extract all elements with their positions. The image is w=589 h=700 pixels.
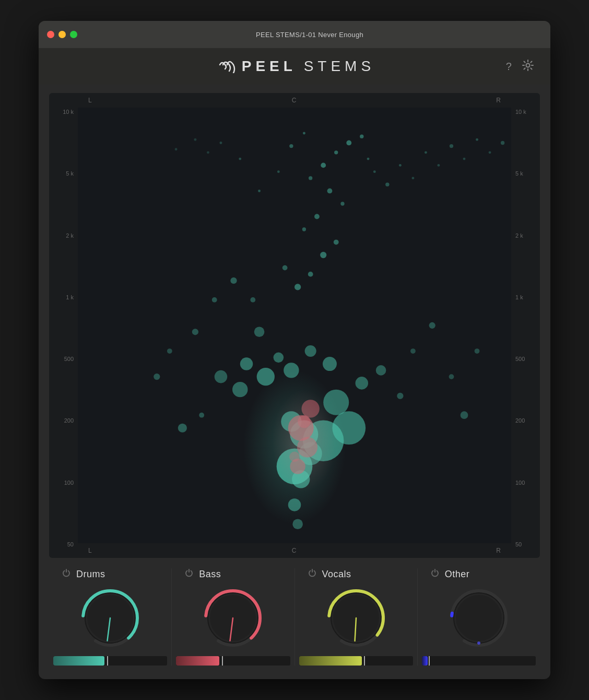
other-knob[interactable] xyxy=(445,584,513,652)
stem-other-header: Other xyxy=(422,568,536,580)
particle-visualization xyxy=(78,108,511,543)
svg-point-48 xyxy=(154,374,160,380)
svg-point-38 xyxy=(321,162,326,168)
drums-level-fill xyxy=(53,656,104,666)
y-label-200-left: 200 xyxy=(49,417,74,424)
svg-point-0 xyxy=(526,63,529,67)
spectrum-canvas xyxy=(78,108,511,543)
svg-point-49 xyxy=(212,297,217,302)
svg-point-35 xyxy=(340,202,344,205)
svg-point-21 xyxy=(305,345,316,357)
svg-point-25 xyxy=(215,370,228,383)
svg-point-63 xyxy=(399,164,402,167)
svg-point-58 xyxy=(258,190,261,192)
bass-power-icon[interactable] xyxy=(184,568,194,580)
vocals-power-icon[interactable] xyxy=(308,568,317,580)
svg-point-51 xyxy=(250,297,255,302)
svg-point-100 xyxy=(456,595,502,641)
vocals-level-fill xyxy=(299,656,362,666)
y-label-10k-left: 10 k xyxy=(49,109,74,115)
svg-point-41 xyxy=(360,135,363,138)
vocals-level-bar xyxy=(299,656,413,666)
svg-point-54 xyxy=(429,322,435,329)
y-label-100-right: 100 xyxy=(515,480,540,486)
svg-point-68 xyxy=(463,158,466,160)
x-label-C-bottom: C xyxy=(292,547,297,554)
other-level-marker xyxy=(429,656,430,666)
y-label-2k-left: 2 k xyxy=(49,232,74,239)
x-label-L-bottom: L xyxy=(88,547,92,554)
y-label-200-right: 200 xyxy=(515,417,540,424)
drums-knob[interactable] xyxy=(76,584,144,652)
svg-point-78 xyxy=(207,151,209,154)
stem-vocals: Vocals xyxy=(295,568,418,666)
vocals-level-marker xyxy=(364,656,365,666)
y-label-1k-right: 1 k xyxy=(515,294,540,300)
x-label-L-top: L xyxy=(88,97,92,104)
y-label-5k-right: 5 k xyxy=(515,170,540,177)
svg-point-42 xyxy=(303,132,305,135)
svg-point-33 xyxy=(302,227,306,231)
stem-bass: Bass xyxy=(172,568,294,666)
svg-point-55 xyxy=(449,374,454,379)
svg-point-34 xyxy=(314,214,320,219)
help-icon[interactable]: ? xyxy=(506,61,512,73)
svg-point-30 xyxy=(282,265,288,271)
svg-point-22 xyxy=(323,357,337,371)
svg-point-37 xyxy=(309,176,312,180)
other-power-icon[interactable] xyxy=(430,568,440,580)
stem-other: Other xyxy=(418,568,540,666)
y-label-100-left: 100 xyxy=(49,480,74,486)
x-label-R-bottom: R xyxy=(496,547,501,554)
svg-point-23 xyxy=(254,326,265,337)
svg-point-67 xyxy=(450,144,453,148)
bass-label: Bass xyxy=(199,569,221,580)
other-label: Other xyxy=(445,569,470,580)
spectrum-display: 10 k 5 k 2 k 1 k 500 200 100 50 L C R xyxy=(49,93,540,558)
main-content: 10 k 5 k 2 k 1 k 500 200 100 50 L C R xyxy=(39,85,550,679)
drums-level-marker xyxy=(107,656,108,666)
svg-point-65 xyxy=(425,151,427,154)
svg-point-82 xyxy=(272,390,336,492)
svg-point-66 xyxy=(438,164,440,167)
bass-knob[interactable] xyxy=(199,584,267,652)
x-axis-bottom: L C R xyxy=(78,543,511,558)
svg-point-50 xyxy=(230,277,237,284)
y-label-50-right: 50 xyxy=(515,541,540,547)
window-title: PEEL STEMS/1-01 Never Enough xyxy=(77,31,542,39)
drums-power-icon[interactable] xyxy=(62,568,71,580)
settings-icon[interactable] xyxy=(522,60,534,74)
drums-level-bar xyxy=(53,656,167,666)
svg-point-52 xyxy=(397,393,403,399)
svg-point-56 xyxy=(461,411,468,419)
svg-point-46 xyxy=(199,413,204,418)
y-label-500-left: 500 xyxy=(49,356,74,362)
vocals-knob[interactable] xyxy=(322,584,390,652)
svg-point-64 xyxy=(411,177,414,179)
svg-point-44 xyxy=(192,329,198,335)
svg-point-29 xyxy=(308,272,313,277)
spectrum-main: L C R xyxy=(78,93,511,558)
bass-level-fill xyxy=(176,656,219,666)
minimize-button[interactable] xyxy=(58,31,66,38)
stem-drums-header: Drums xyxy=(53,568,167,580)
svg-point-71 xyxy=(501,141,504,145)
x-label-R-top: R xyxy=(496,97,501,104)
close-button[interactable] xyxy=(47,31,54,38)
maximize-button[interactable] xyxy=(70,31,77,38)
logo-area: PEEL STEMS xyxy=(218,56,375,77)
stem-drums: Drums xyxy=(49,568,172,666)
window-controls xyxy=(47,31,77,38)
svg-point-32 xyxy=(334,240,339,245)
y-label-50-left: 50 xyxy=(49,541,74,547)
spectrum-axes: 10 k 5 k 2 k 1 k 500 200 100 50 L C R xyxy=(49,93,540,558)
app-window: PEEL STEMS/1-01 Never Enough PEEL STEMS … xyxy=(39,21,550,679)
vocals-label: Vocals xyxy=(322,569,351,580)
svg-point-70 xyxy=(489,151,491,154)
y-label-500-right: 500 xyxy=(515,356,540,362)
svg-point-40 xyxy=(346,141,351,146)
logo-icon xyxy=(218,56,237,77)
other-level-fill xyxy=(422,656,428,666)
svg-point-36 xyxy=(327,189,333,194)
svg-point-31 xyxy=(320,252,326,258)
